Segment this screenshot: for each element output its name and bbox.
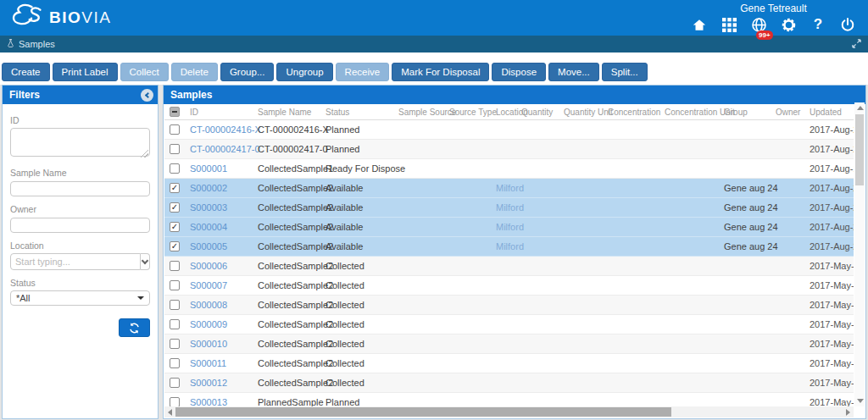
row-checkbox[interactable]	[170, 144, 180, 154]
vertical-scrollbar[interactable]	[854, 102, 865, 406]
cell-id[interactable]: S000005	[190, 241, 258, 251]
row-checkbox[interactable]: ✓	[170, 241, 180, 251]
help-icon[interactable]: ?	[810, 16, 826, 33]
table-row[interactable]: S000013PlannedSamplePlanned2017-May-09	[164, 393, 854, 406]
scroll-up-arrow[interactable]	[857, 106, 864, 110]
table-row[interactable]: S000012CollectedSample2Collected2017-May…	[164, 373, 854, 393]
home-icon[interactable]	[691, 16, 708, 33]
id-filter-textarea[interactable]	[10, 128, 150, 157]
cell-id[interactable]: S000002	[190, 183, 258, 193]
refresh-button[interactable]	[119, 318, 150, 337]
row-checkbox[interactable]	[170, 300, 180, 310]
move-button[interactable]: Move...	[548, 63, 599, 81]
row-checkbox[interactable]	[170, 124, 180, 135]
table-row[interactable]: ✓S000003CollectedSample2AvailableMilford…	[164, 198, 854, 218]
collapse-filters-button[interactable]	[141, 89, 153, 102]
owner-filter-input[interactable]	[10, 218, 150, 233]
cell-id[interactable]: S000008	[190, 300, 258, 310]
table-row[interactable]: CT-000002417-0CT-000002417-0Planned2017-…	[164, 140, 854, 159]
row-checkbox[interactable]	[170, 358, 180, 368]
table-row[interactable]: ✓S000004CollectedSample2AvailableMilford…	[164, 218, 854, 237]
ungroup-button[interactable]: Ungroup	[276, 63, 332, 81]
column-header-status[interactable]: Status	[326, 108, 398, 117]
table-row[interactable]: S000007CollectedSample2Collected2017-May…	[164, 276, 854, 296]
row-checkbox[interactable]: ✓	[170, 183, 180, 193]
column-header-quantity-unit[interactable]: Quantity Unit	[564, 108, 608, 117]
horizontal-scrollbar[interactable]	[164, 406, 854, 417]
table-row[interactable]: S000001CollectedSample1Ready For Dispose…	[164, 159, 854, 179]
notifications-globe-icon[interactable]: 99+	[750, 16, 767, 33]
row-checkbox[interactable]	[170, 261, 180, 271]
column-header-quantity[interactable]: Quantity	[521, 108, 564, 117]
cell-id[interactable]: S000003	[190, 202, 258, 213]
column-header-concentration-unit[interactable]: Concentration Unit	[665, 108, 724, 117]
table-row[interactable]: ✓S000002CollectedSample2AvailableMilford…	[164, 179, 854, 198]
cell-id[interactable]: S000013	[190, 397, 258, 406]
horizontal-scroll-thumb[interactable]	[175, 407, 671, 417]
cell-id[interactable]: CT-000002417-0	[190, 144, 258, 154]
group-button[interactable]: Group...	[220, 63, 275, 81]
scroll-left-arrow[interactable]	[168, 409, 172, 416]
cell-status: Available	[326, 222, 398, 232]
cell-id[interactable]: S000007	[190, 280, 258, 290]
table-row[interactable]: S000008CollectedSample2Collected2017-May…	[164, 296, 854, 315]
cell-id[interactable]: S000001	[190, 163, 258, 174]
location-dropdown-button[interactable]	[141, 253, 150, 270]
cell-id[interactable]: S000009	[190, 319, 258, 329]
column-header-id[interactable]: ID	[190, 108, 258, 117]
row-checkbox[interactable]: ✓	[170, 222, 180, 232]
power-icon[interactable]	[839, 16, 856, 33]
column-header-updated[interactable]: Updated	[810, 108, 854, 117]
table-row[interactable]: S000009CollectedSample2Collected2017-May…	[164, 315, 854, 334]
id-filter-label: ID	[10, 115, 150, 125]
expand-icon[interactable]	[852, 39, 861, 50]
resize-grip[interactable]	[141, 150, 148, 158]
row-checkbox-cell	[170, 163, 190, 174]
column-header-sample-name[interactable]: Sample Name	[258, 108, 326, 117]
row-checkbox[interactable]	[170, 280, 180, 290]
cell-id[interactable]: S000010	[190, 339, 258, 349]
dispose-button[interactable]: Dispose	[492, 63, 546, 81]
settings-gear-icon[interactable]	[780, 16, 797, 33]
row-checkbox[interactable]	[170, 339, 180, 349]
column-header-location[interactable]: Location	[496, 108, 521, 117]
cell-id[interactable]: S000006	[190, 261, 258, 271]
column-header-source-type[interactable]: Source Type	[449, 108, 496, 117]
collect-button[interactable]: Collect	[120, 63, 169, 81]
cell-name: CollectedSample2	[258, 261, 326, 271]
vertical-scroll-thumb[interactable]	[855, 114, 864, 185]
row-checkbox[interactable]	[170, 378, 180, 388]
status-select[interactable]: *All	[10, 290, 150, 306]
row-checkbox[interactable]: ✓	[170, 202, 180, 213]
column-header-group[interactable]: Group	[724, 108, 776, 117]
table-row[interactable]: ✓S000005CollectedSample2AvailableMilford…	[164, 237, 854, 257]
scroll-down-arrow[interactable]	[857, 399, 864, 403]
select-all-checkbox[interactable]	[170, 107, 180, 117]
table-row[interactable]: S000006CollectedSample2Collected2017-May…	[164, 257, 854, 276]
table-row[interactable]: S000010CollectedSample2Collected2017-May…	[164, 334, 854, 354]
table-row[interactable]: CT-000002416-XCT-000002416-XPlanned2017-…	[164, 120, 854, 140]
row-checkbox[interactable]	[170, 163, 180, 174]
column-header-sample-source[interactable]: Sample Source	[398, 108, 449, 117]
row-checkbox[interactable]	[170, 319, 180, 329]
table-row[interactable]: S000011CollectedSample2Collected2017-May…	[164, 354, 854, 373]
cell-id[interactable]: CT-000002416-X	[190, 124, 258, 135]
receive-button[interactable]: Receive	[336, 63, 390, 81]
row-checkbox[interactable]	[170, 397, 180, 406]
cell-id[interactable]: S000004	[190, 222, 258, 232]
mark-for-disposal-button[interactable]: Mark For Disposal	[392, 63, 489, 81]
split-button[interactable]: Split...	[602, 63, 648, 81]
scroll-right-arrow[interactable]	[846, 409, 850, 416]
user-area: Gene Tetreault	[691, 3, 856, 33]
sample-name-filter-input[interactable]	[10, 181, 150, 196]
column-header-concentration[interactable]: Concentration	[608, 108, 665, 117]
location-filter-input[interactable]	[10, 253, 141, 270]
app-grid-icon[interactable]	[721, 16, 737, 33]
cell-id[interactable]: S000011	[190, 358, 258, 368]
print-label-button[interactable]: Print Label	[53, 63, 118, 81]
column-header-owner[interactable]: Owner	[776, 108, 810, 117]
cell-id[interactable]: S000012	[190, 378, 258, 388]
cell-location: Milford	[496, 241, 521, 251]
delete-button[interactable]: Delete	[171, 63, 218, 81]
create-button[interactable]: Create	[2, 63, 50, 81]
